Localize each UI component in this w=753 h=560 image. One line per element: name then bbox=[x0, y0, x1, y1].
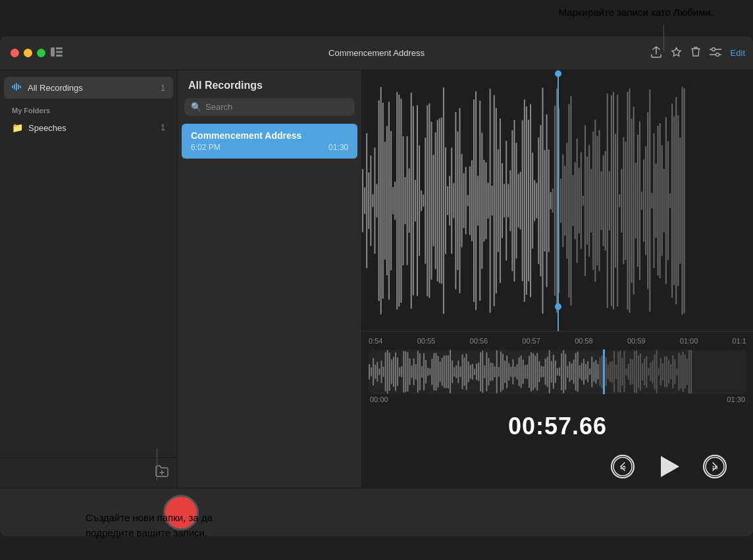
recording-duration: 01:30 bbox=[328, 143, 348, 152]
svg-rect-214 bbox=[448, 355, 449, 389]
playback-controls: 15 15 bbox=[362, 445, 753, 488]
svg-rect-248 bbox=[516, 364, 517, 379]
minimize-button[interactable] bbox=[24, 49, 32, 57]
svg-rect-163 bbox=[662, 145, 663, 257]
delete-icon[interactable] bbox=[691, 46, 700, 60]
mini-waveform-container[interactable] bbox=[369, 349, 746, 394]
svg-rect-256 bbox=[532, 353, 534, 390]
svg-rect-116 bbox=[566, 143, 567, 259]
svg-rect-318 bbox=[658, 368, 660, 375]
sidebar-item-all-recordings[interactable]: All Recordings 1 bbox=[4, 77, 173, 99]
svg-rect-297 bbox=[615, 365, 617, 380]
svg-rect-301 bbox=[623, 351, 625, 393]
svg-rect-192 bbox=[403, 351, 404, 393]
svg-rect-308 bbox=[638, 355, 639, 388]
svg-rect-144 bbox=[623, 137, 624, 264]
svg-rect-109 bbox=[552, 188, 554, 213]
svg-rect-69 bbox=[471, 160, 473, 242]
svg-rect-241 bbox=[502, 353, 504, 390]
svg-rect-95 bbox=[524, 99, 525, 302]
svg-rect-76 bbox=[485, 162, 486, 239]
svg-rect-25 bbox=[382, 103, 384, 299]
svg-rect-268 bbox=[557, 368, 558, 376]
svg-rect-17 bbox=[366, 133, 367, 268]
svg-rect-146 bbox=[627, 91, 628, 310]
svg-rect-202 bbox=[423, 353, 425, 390]
sidebar-item-speeches[interactable]: 📁 Speeches 1 bbox=[4, 118, 173, 137]
ruler-mark-4: 00:58 bbox=[575, 337, 593, 345]
svg-rect-206 bbox=[431, 359, 432, 385]
svg-rect-329 bbox=[681, 355, 682, 388]
svg-rect-266 bbox=[553, 355, 554, 389]
svg-rect-168 bbox=[671, 103, 673, 298]
ruler-mark-6: 01:00 bbox=[680, 337, 698, 345]
svg-rect-195 bbox=[409, 359, 411, 386]
search-input[interactable] bbox=[205, 102, 348, 112]
settings-icon[interactable] bbox=[710, 47, 721, 59]
svg-rect-108 bbox=[550, 192, 552, 210]
svg-rect-48 bbox=[428, 103, 430, 298]
svg-rect-54 bbox=[441, 117, 442, 284]
svg-rect-94 bbox=[522, 120, 523, 281]
svg-rect-67 bbox=[467, 195, 469, 207]
svg-rect-255 bbox=[531, 352, 532, 392]
svg-rect-136 bbox=[607, 93, 608, 308]
svg-rect-98 bbox=[530, 104, 531, 297]
svg-rect-156 bbox=[647, 112, 648, 289]
favorite-icon[interactable] bbox=[671, 47, 682, 60]
svg-rect-35 bbox=[402, 136, 403, 266]
svg-rect-87 bbox=[507, 184, 509, 218]
recording-item[interactable]: Commencement Address 6:02 PM 01:30 bbox=[182, 124, 357, 159]
svg-rect-189 bbox=[397, 357, 398, 386]
svg-rect-287 bbox=[595, 360, 596, 384]
edit-button[interactable]: Edit bbox=[731, 48, 745, 58]
svg-rect-299 bbox=[619, 351, 621, 393]
skip-forward-button[interactable]: 15 bbox=[703, 455, 727, 478]
svg-rect-259 bbox=[538, 361, 540, 382]
svg-rect-33 bbox=[398, 95, 400, 307]
svg-rect-229 bbox=[478, 363, 479, 381]
main-window: Commencement Address bbox=[0, 36, 753, 536]
maximize-button[interactable] bbox=[37, 49, 45, 57]
svg-rect-151 bbox=[637, 134, 638, 267]
svg-rect-164 bbox=[663, 168, 665, 232]
svg-rect-269 bbox=[559, 367, 560, 376]
recording-name: Commencement Address bbox=[191, 130, 348, 141]
svg-rect-19 bbox=[370, 155, 371, 246]
svg-rect-178 bbox=[375, 365, 376, 379]
svg-rect-275 bbox=[571, 363, 573, 380]
close-button[interactable] bbox=[11, 49, 19, 57]
svg-rect-270 bbox=[561, 353, 562, 391]
svg-rect-180 bbox=[378, 369, 380, 376]
svg-rect-302 bbox=[626, 369, 627, 376]
playhead bbox=[558, 70, 559, 331]
svg-rect-167 bbox=[669, 193, 671, 209]
svg-rect-331 bbox=[685, 355, 686, 389]
svg-rect-130 bbox=[594, 119, 596, 282]
sidebar-toggle-icon[interactable] bbox=[51, 47, 63, 59]
svg-rect-66 bbox=[465, 167, 467, 235]
play-button[interactable] bbox=[654, 452, 683, 481]
left-sidebar: All Recordings 1 My Folders 📁 Speeches 1 bbox=[0, 70, 178, 488]
mini-playhead bbox=[603, 349, 605, 394]
svg-rect-315 bbox=[652, 360, 654, 384]
svg-rect-288 bbox=[597, 364, 598, 380]
svg-rect-279 bbox=[579, 365, 581, 378]
svg-rect-309 bbox=[640, 353, 641, 390]
svg-rect-190 bbox=[399, 367, 400, 376]
recording-meta: 6:02 PM 01:30 bbox=[191, 143, 348, 152]
search-bar[interactable]: 🔍 bbox=[184, 98, 355, 116]
skip-back-button[interactable]: 15 bbox=[611, 455, 635, 478]
waveform-area[interactable] bbox=[362, 70, 753, 331]
svg-rect-102 bbox=[538, 137, 539, 264]
svg-rect-26 bbox=[384, 141, 386, 260]
svg-text:15: 15 bbox=[712, 465, 718, 471]
svg-rect-51 bbox=[435, 132, 436, 269]
share-icon[interactable] bbox=[651, 46, 662, 61]
middle-panel-header: All Recordings bbox=[178, 70, 361, 98]
svg-rect-127 bbox=[588, 145, 590, 257]
svg-rect-147 bbox=[629, 88, 631, 313]
svg-rect-3 bbox=[56, 55, 63, 57]
svg-rect-205 bbox=[429, 369, 430, 375]
svg-rect-263 bbox=[547, 357, 548, 388]
